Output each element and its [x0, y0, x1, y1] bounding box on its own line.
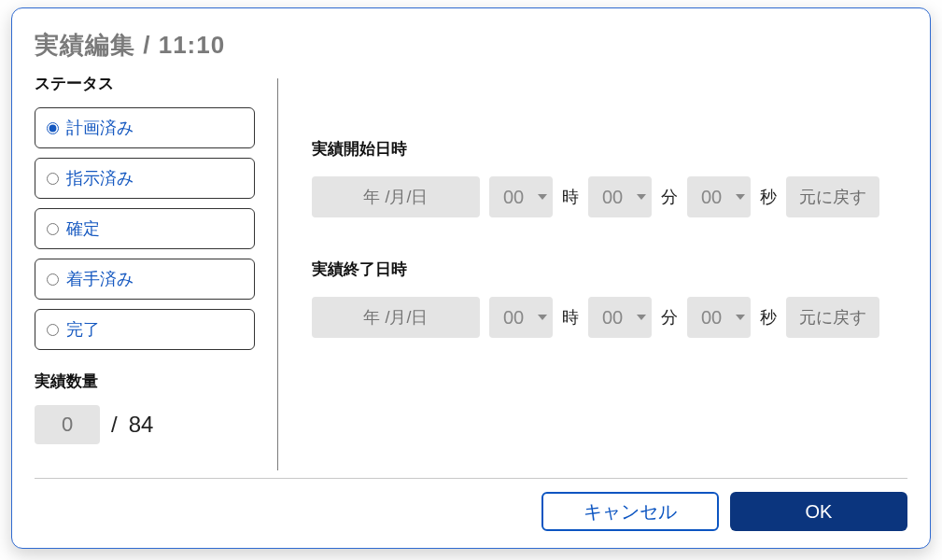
- end-hour-select[interactable]: 00: [489, 297, 553, 338]
- start-second-value: 00: [701, 187, 722, 208]
- status-option-label: 計画済み: [66, 117, 134, 139]
- start-second-unit: 秒: [760, 186, 777, 208]
- start-hour-unit: 時: [562, 186, 579, 208]
- status-option-done[interactable]: 完了: [35, 309, 255, 350]
- quantity-row: / 84: [35, 405, 255, 444]
- status-radio-instructed[interactable]: [47, 173, 59, 185]
- chevron-down-icon: [538, 315, 547, 320]
- end-reset-button[interactable]: 元に戻す: [786, 297, 879, 338]
- quantity-label: 実績数量: [35, 371, 255, 392]
- chevron-down-icon: [538, 194, 547, 200]
- start-second-select[interactable]: 00: [687, 176, 751, 217]
- dialog-title: 実績編集 / 11:10: [35, 29, 907, 62]
- quantity-total: 84: [129, 412, 154, 438]
- status-radio-confirmed[interactable]: [47, 223, 59, 235]
- end-second-value: 00: [701, 307, 722, 329]
- status-option-confirmed[interactable]: 確定: [35, 208, 255, 249]
- ok-button[interactable]: OK: [730, 492, 907, 531]
- chevron-down-icon: [637, 315, 646, 320]
- status-option-instructed[interactable]: 指示済み: [35, 158, 255, 199]
- end-minute-value: 00: [602, 307, 623, 329]
- status-option-started[interactable]: 着手済み: [35, 259, 255, 300]
- end-second-unit: 秒: [760, 306, 777, 329]
- start-minute-select[interactable]: 00: [588, 176, 652, 217]
- end-minute-select[interactable]: 00: [588, 297, 652, 338]
- start-datetime-block: 実績開始日時 00 時 00 分 00: [312, 138, 907, 217]
- status-option-planned[interactable]: 計画済み: [35, 107, 255, 148]
- end-minute-unit: 分: [661, 306, 678, 329]
- quantity-separator: /: [111, 412, 118, 438]
- cancel-button[interactable]: キャンセル: [541, 492, 719, 531]
- status-radio-done[interactable]: [47, 324, 59, 336]
- status-option-label: 確定: [66, 217, 100, 240]
- start-reset-button[interactable]: 元に戻す: [786, 176, 879, 217]
- start-date-input[interactable]: [312, 176, 480, 217]
- status-radio-started[interactable]: [47, 273, 59, 286]
- end-second-select[interactable]: 00: [687, 297, 751, 338]
- start-datetime-label: 実績開始日時: [312, 138, 907, 160]
- status-option-label: 完了: [66, 318, 100, 341]
- left-panel: ステータス 計画済み 指示済み 確定 着手済み: [35, 73, 277, 472]
- right-panel: 実績開始日時 00 時 00 分 00: [278, 73, 907, 472]
- status-label: ステータス: [35, 73, 255, 94]
- dialog-header: 実績編集 / 11:10: [12, 8, 930, 62]
- status-option-label: 指示済み: [66, 167, 134, 189]
- start-minute-value: 00: [602, 187, 623, 208]
- start-hour-select[interactable]: 00: [489, 176, 553, 217]
- end-datetime-label: 実績終了日時: [312, 259, 907, 280]
- end-date-input[interactable]: [312, 297, 480, 338]
- status-radio-group: 計画済み 指示済み 確定 着手済み 完了: [35, 107, 255, 350]
- quantity-input[interactable]: [35, 405, 100, 444]
- end-hour-unit: 時: [562, 306, 579, 329]
- end-datetime-row: 00 時 00 分 00 秒 元に戻す: [312, 297, 907, 338]
- chevron-down-icon: [637, 194, 646, 200]
- end-datetime-block: 実績終了日時 00 時 00 分 00: [312, 259, 907, 338]
- end-hour-value: 00: [503, 307, 524, 329]
- chevron-down-icon: [736, 194, 745, 200]
- start-minute-unit: 分: [661, 186, 678, 208]
- dialog-footer: キャンセル OK: [12, 479, 930, 548]
- chevron-down-icon: [736, 315, 745, 320]
- edit-result-dialog: 実績編集 / 11:10 ステータス 計画済み 指示済み 確定: [11, 7, 931, 549]
- dialog-body: ステータス 計画済み 指示済み 確定 着手済み: [12, 62, 930, 472]
- start-hour-value: 00: [503, 187, 524, 208]
- start-datetime-row: 00 時 00 分 00 秒 元に戻す: [312, 176, 907, 217]
- status-option-label: 着手済み: [66, 268, 134, 290]
- status-radio-planned[interactable]: [47, 122, 59, 134]
